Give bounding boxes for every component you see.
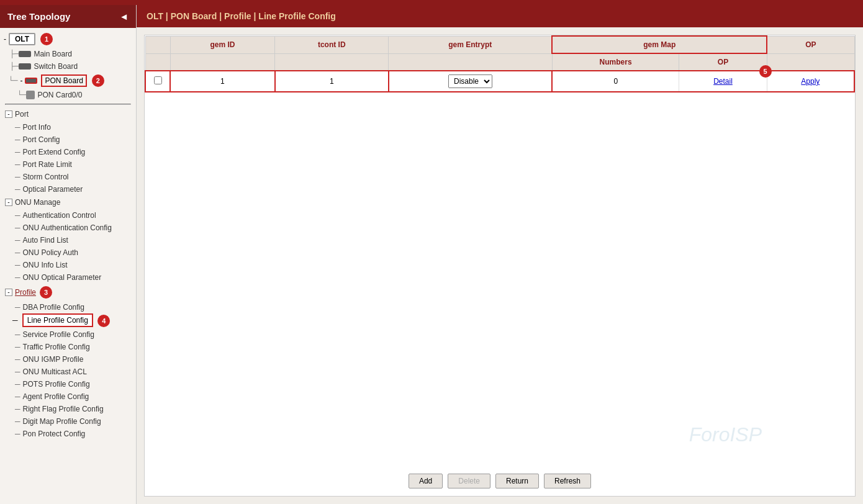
olt-expand[interactable]: - <box>4 35 6 43</box>
pon-card-item[interactable]: └─ PON Card0/0 <box>0 89 136 101</box>
dba-profile-item[interactable]: ─DBA Profile Config <box>0 301 136 313</box>
onu-policy-auth-item[interactable]: ─ONU Policy Auth <box>0 246 136 259</box>
agent-profile-item[interactable]: ─Agent Profile Config <box>0 390 136 403</box>
profile-section-label: Profile <box>15 288 36 297</box>
right-flag-profile-item[interactable]: ─Right Flag Profile Config <box>0 403 136 415</box>
add-button[interactable]: Add <box>409 474 443 488</box>
sidebar-tree: - OLT 1 ├─ Main Board ├─ Switch Board └─… <box>0 28 136 504</box>
pon-board-badge: 2 <box>92 74 104 87</box>
onu-info-list-item[interactable]: ─ONU Info List <box>0 259 136 271</box>
line-profile-badge: 4 <box>97 315 110 327</box>
detail-badge: 5 <box>759 65 772 78</box>
breadcrumb-pon-board: PON Board <box>171 11 217 21</box>
col-checkbox-header <box>145 36 170 53</box>
onu-igmp-profile-item[interactable]: ─ONU IGMP Profile <box>0 353 136 366</box>
pon-board-label: PON Board <box>41 74 86 87</box>
service-profile-item[interactable]: ─Service Profile Config <box>0 328 136 341</box>
port-section-label: Port <box>15 110 29 119</box>
port-section-header[interactable]: - Port <box>0 107 136 121</box>
port-info-item[interactable]: ─Port Info <box>0 121 136 133</box>
auth-control-item[interactable]: ─Authentication Control <box>0 209 136 222</box>
col-gem-id-header: gem ID <box>170 36 275 53</box>
row-detail-cell[interactable]: Detail 5 <box>679 71 767 92</box>
col-gem-encrypt-sub <box>389 53 553 71</box>
onu-manage-header[interactable]: - ONU Manage <box>0 196 136 209</box>
col-checkbox-sub <box>145 53 170 71</box>
pon-board-expand[interactable]: - <box>20 76 22 85</box>
row-apply-cell[interactable]: Apply <box>767 71 854 92</box>
onu-auth-config-item[interactable]: ─ONU Authentication Config <box>0 222 136 234</box>
olt-row[interactable]: - OLT 1 <box>0 30 136 48</box>
onu-multicast-acl-item[interactable]: ─ONU Multicast ACL <box>0 366 136 378</box>
auto-find-list-item[interactable]: ─Auto Find List <box>0 234 136 246</box>
breadcrumb-sep2: | <box>219 11 222 21</box>
main-board-label: Main Board <box>34 50 71 58</box>
button-row: Add Delete Return Refresh <box>145 466 855 496</box>
port-rate-limit-item[interactable]: ─Port Rate Limit <box>0 158 136 171</box>
col-gem-id-sub <box>170 53 275 71</box>
onu-optical-param-item[interactable]: ─ONU Optical Parameter <box>0 271 136 284</box>
breadcrumb-profile: Profile <box>224 11 251 21</box>
col-gem-map-numbers-header: Numbers <box>552 53 679 71</box>
sidebar-title: Tree Topology <box>7 11 70 22</box>
gem-encrypt-select[interactable]: Disable Enable <box>448 74 492 88</box>
refresh-button[interactable]: Refresh <box>544 474 591 488</box>
main-board-item[interactable]: ├─ Main Board <box>0 48 136 60</box>
row-checkbox[interactable] <box>154 76 162 84</box>
breadcrumb-olt: OLT <box>147 11 163 21</box>
breadcrumb-line-profile-config: Line Profile Config <box>258 11 335 21</box>
olt-badge: 1 <box>40 33 53 45</box>
col-gem-encrypt-header: gem Entrypt <box>389 36 553 53</box>
pots-profile-item[interactable]: ─POTS Profile Config <box>0 378 136 390</box>
pon-board-row[interactable]: └─ - PON Board 2 <box>0 73 136 89</box>
switch-board-item[interactable]: ├─ Switch Board <box>0 60 136 73</box>
profile-badge: 3 <box>40 286 52 299</box>
line-profile-table: gem ID tcont ID gem Entrypt gem Map OP <box>145 35 855 92</box>
sidebar-arrow-icon: ◄ <box>119 11 129 22</box>
olt-label[interactable]: OLT <box>9 33 35 45</box>
optical-parameter-item[interactable]: ─Optical Parameter <box>0 183 136 196</box>
digit-map-profile-item[interactable]: ─Digit Map Profile Config <box>0 415 136 428</box>
breadcrumb-sep1: | <box>166 11 168 21</box>
profile-section-header[interactable]: - Profile 3 <box>0 284 136 301</box>
row-gem-map-numbers: 0 <box>552 71 679 92</box>
port-config-item[interactable]: ─Port Config <box>0 133 136 146</box>
breadcrumb-sep3: | <box>254 11 256 21</box>
table-row: 1 1 Disable Enable 0 <box>145 71 854 92</box>
row-tcont-id: 1 <box>275 71 389 92</box>
delete-button[interactable]: Delete <box>448 474 490 488</box>
sidebar-header: Tree Topology ◄ <box>0 5 136 28</box>
switch-board-label: Switch Board <box>34 62 78 71</box>
col-gem-map-op-header: OP <box>679 53 767 71</box>
breadcrumb: OLT | PON Board | Profile | Line Profile… <box>137 5 863 27</box>
pon-card-label: PON Card0/0 <box>37 91 82 99</box>
col-tcont-id-header: tcont ID <box>275 36 389 53</box>
onu-manage-label: ONU Manage <box>15 198 60 207</box>
pon-protect-config-item[interactable]: ─Pon Protect Config <box>0 428 136 440</box>
row-gem-id: 1 <box>170 71 275 92</box>
port-extend-config-item[interactable]: ─Port Extend Config <box>0 146 136 158</box>
col-gem-map-header: gem Map <box>552 36 767 53</box>
col-op-header: OP <box>767 36 854 53</box>
col-op-sub <box>767 53 854 71</box>
detail-link[interactable]: Detail <box>713 77 733 86</box>
line-profile-config-row[interactable]: ─ Line Profile Config 4 <box>0 313 136 328</box>
row-gem-encrypt-cell[interactable]: Disable Enable <box>389 71 553 92</box>
traffic-profile-item[interactable]: ─Traffic Profile Config <box>0 341 136 353</box>
col-tcont-id-sub <box>275 53 389 71</box>
storm-control-item[interactable]: ─Storm Control <box>0 171 136 183</box>
row-checkbox-cell[interactable] <box>145 71 170 92</box>
line-profile-config-label[interactable]: Line Profile Config <box>22 313 93 327</box>
apply-link[interactable]: Apply <box>801 77 820 86</box>
return-button[interactable]: Return <box>495 474 539 488</box>
